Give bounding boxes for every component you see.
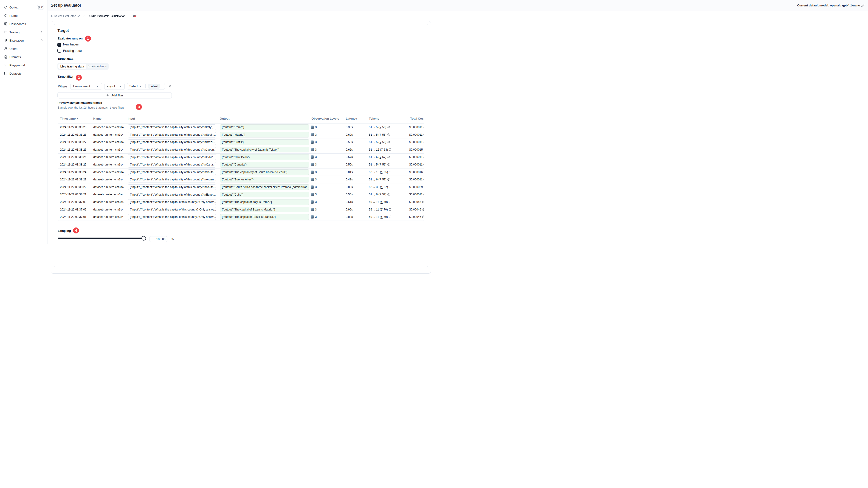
svg-text:i: i <box>312 149 312 151</box>
svg-text:i: i <box>312 216 312 218</box>
svg-text:i: i <box>312 186 312 189</box>
svg-text:i: i <box>312 178 312 181</box>
svg-text:i: i <box>312 141 312 143</box>
svg-text:i: i <box>312 193 312 196</box>
svg-text:i: i <box>312 126 312 129</box>
svg-text:i: i <box>312 171 312 173</box>
svg-text:i: i <box>312 163 312 166</box>
svg-text:i: i <box>312 201 312 203</box>
svg-text:i: i <box>312 134 312 136</box>
svg-text:i: i <box>312 208 312 211</box>
svg-text:i: i <box>312 156 312 158</box>
